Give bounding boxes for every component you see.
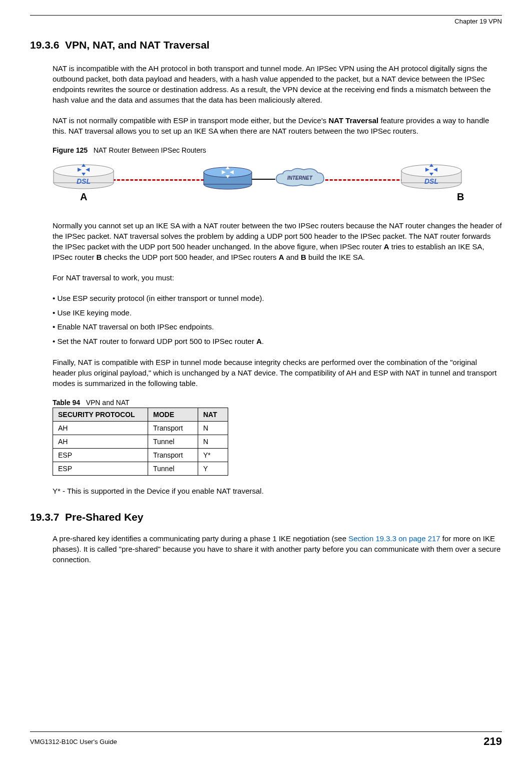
page-footer: VMG1312-B10C User's Guide 219 xyxy=(30,731,502,748)
p3-and: and xyxy=(284,253,301,261)
svg-text:DSL: DSL xyxy=(424,177,438,185)
section-link[interactable]: Section 19.3.3 on page 217 xyxy=(348,534,440,543)
section-number-2: 19.3.7 xyxy=(30,511,59,523)
dashed-line-right xyxy=(325,179,413,181)
th-nat: NAT xyxy=(198,408,228,422)
section-heading-2: 19.3.7 Pre-Shared Key xyxy=(30,511,502,523)
table-footnote: Y* - This is supported in the Device if … xyxy=(53,486,502,496)
p3-b: B xyxy=(97,253,102,261)
list-item: Set the NAT router to forward UDP port 5… xyxy=(53,336,502,347)
table-header-row: SECURITY PROTOCOL MODE NAT xyxy=(53,408,228,422)
para2-pre: NAT is not normally compatible with ESP … xyxy=(53,116,328,125)
para-esp-tunnel: Finally, NAT is compatible with ESP in t… xyxy=(53,357,502,389)
p3-mid2: checks the UDP port 500 header, and IPSe… xyxy=(102,253,278,261)
table-label: Table 94 xyxy=(53,399,80,407)
figure-caption: Figure 125 NAT Router Between IPSec Rout… xyxy=(53,146,502,154)
figure-diagram: DSL INTERNET xyxy=(53,160,463,210)
dsl-router-a-icon: DSL xyxy=(53,163,115,190)
table-row: ESP Tunnel Y xyxy=(53,462,228,476)
internet-cloud-icon: INTERNET xyxy=(274,168,326,189)
td: ESP xyxy=(53,462,148,476)
psk-pre: A pre-shared key identifies a communicat… xyxy=(53,534,348,543)
td: N xyxy=(198,435,228,449)
td: AH xyxy=(53,422,148,435)
table-row: ESP Transport Y* xyxy=(53,449,228,462)
footer-guide: VMG1312-B10C User's Guide xyxy=(30,738,117,745)
td: Y* xyxy=(198,449,228,462)
td: Y xyxy=(198,462,228,476)
p3-end: build the IKE SA. xyxy=(306,253,365,261)
list-item: Use IKE keying mode. xyxy=(53,307,502,319)
figure-title: NAT Router Between IPSec Routers xyxy=(94,146,206,154)
para-preshared: A pre-shared key identifies a communicat… xyxy=(53,533,502,565)
requirements-list: Use ESP security protocol (in either tra… xyxy=(53,293,502,347)
p3-b2: B xyxy=(301,253,306,261)
para-requirements-intro: For NAT traversal to work, you must: xyxy=(53,272,502,283)
td: N xyxy=(198,422,228,435)
td: ESP xyxy=(53,449,148,462)
td: Tunnel xyxy=(148,462,198,476)
dashed-line-left xyxy=(113,179,213,181)
section-title-2: Pre-Shared Key xyxy=(65,511,143,523)
th-mode: MODE xyxy=(148,408,198,422)
nat-router-icon xyxy=(203,165,253,190)
b4-pre: Set the NAT router to forward UDP port 5… xyxy=(57,337,256,345)
nat-traversal-bold: NAT Traversal xyxy=(328,116,378,125)
td: Tunnel xyxy=(148,435,198,449)
figure-label-b: B xyxy=(457,191,464,203)
svg-text:DSL: DSL xyxy=(77,177,91,185)
list-item: Enable NAT traversal on both IPSec endpo… xyxy=(53,321,502,333)
th-protocol: SECURITY PROTOCOL xyxy=(53,408,148,422)
section-heading-1: 19.3.6 VPN, NAT, and NAT Traversal xyxy=(30,39,502,51)
b4-post: . xyxy=(262,337,264,345)
chapter-label: Chapter 19 VPN xyxy=(30,18,502,25)
svg-text:INTERNET: INTERNET xyxy=(287,175,313,181)
footer-page-number: 219 xyxy=(483,735,502,748)
table-title: VPN and NAT xyxy=(86,399,130,407)
table-row: AH Tunnel N xyxy=(53,435,228,449)
p3-a2: A xyxy=(279,253,284,261)
td: AH xyxy=(53,435,148,449)
dsl-router-b-icon: DSL xyxy=(400,163,463,190)
figure-label: Figure 125 xyxy=(53,146,88,154)
p3-a1: A xyxy=(384,242,389,251)
b4-bold: A xyxy=(256,337,262,345)
para-nat-ah: NAT is incompatible with the AH protocol… xyxy=(53,63,502,105)
table-caption: Table 94 VPN and NAT xyxy=(53,399,502,407)
para-nat-esp: NAT is not normally compatible with ESP … xyxy=(53,115,502,136)
table-row: AH Transport N xyxy=(53,422,228,435)
list-item: Use ESP security protocol (in either tra… xyxy=(53,293,502,304)
td: Transport xyxy=(148,449,198,462)
vpn-nat-table: SECURITY PROTOCOL MODE NAT AH Transport … xyxy=(53,408,228,476)
figure-label-a: A xyxy=(80,191,87,203)
section-number: 19.3.6 xyxy=(30,39,59,51)
header-rule xyxy=(30,15,502,16)
section-title: VPN, NAT, and NAT Traversal xyxy=(65,39,210,51)
para-ike-sa: Normally you cannot set up an IKE SA wit… xyxy=(53,220,502,262)
td: Transport xyxy=(148,422,198,435)
footer-rule xyxy=(30,731,502,732)
